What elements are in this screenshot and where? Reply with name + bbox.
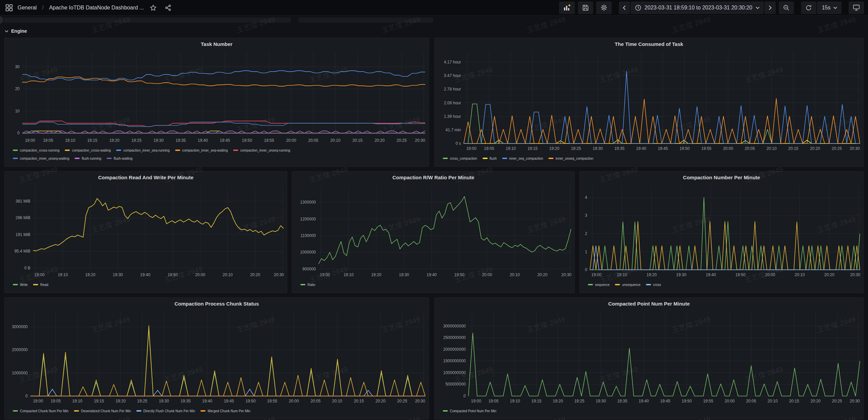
breadcrumb-section[interactable]: General [18, 5, 37, 11]
star-icon[interactable] [150, 4, 157, 11]
svg-text:19:10: 19:10 [58, 272, 68, 277]
svg-text:900000: 900000 [302, 267, 316, 271]
legend-series-swatch [13, 410, 18, 412]
legend-series-swatch [13, 150, 18, 151]
apps-grid-icon[interactable] [5, 4, 13, 11]
panel-title[interactable]: Compacted Point Num Per Minute [435, 298, 863, 309]
svg-text:20:15: 20:15 [789, 399, 799, 403]
save-dashboard-button[interactable] [578, 2, 593, 14]
svg-text:20:20: 20:20 [810, 399, 820, 403]
panel-time-consumed-of-task: The Time Consumed of Task 19:0019:0519:1… [434, 38, 864, 167]
time-range-text: 2023-03-31 18:59:10 to 2023-03-31 20:30:… [642, 5, 756, 11]
legend-item[interactable]: compaction_inner_seq-running [116, 149, 169, 152]
variable-pill-1[interactable] [3, 18, 291, 23]
svg-text:19:35: 19:35 [175, 138, 186, 143]
sidebar-handle[interactable] [0, 16, 3, 24]
svg-text:20:10: 20:10 [795, 272, 805, 277]
legend-item[interactable]: inner_seq_compaction [502, 157, 543, 160]
legend-series-label: cross [653, 283, 661, 287]
legend-item[interactable]: unsequence [615, 283, 641, 287]
time-range-picker[interactable]: 2023-03-31 18:59:10 to 2023-03-31 20:30:… [631, 2, 764, 14]
legend-item[interactable]: Write [13, 283, 28, 287]
clock-icon [635, 4, 642, 11]
chart-compacted-point-num: 19:0019:0519:1019:1519:2019:2519:3019:35… [435, 309, 863, 406]
svg-text:20:05: 20:05 [308, 138, 318, 143]
panel-title[interactable]: Compaction R/W Ratio Per Minute [292, 172, 574, 183]
svg-text:191 MiB: 191 MiB [16, 232, 30, 237]
legend-item[interactable]: flush [483, 157, 497, 160]
breadcrumb-dashboard-title[interactable]: Apache IoTDB DataNode Dashboard ... [49, 5, 144, 11]
svg-text:19:20: 19:20 [85, 272, 96, 277]
svg-text:20:30: 20:30 [850, 146, 860, 151]
legend-item[interactable]: compaction_inner_unseq-waiting [13, 157, 69, 160]
svg-text:3000000: 3000000 [12, 324, 28, 329]
svg-text:0 B: 0 B [24, 266, 30, 270]
svg-text:19:00: 19:00 [33, 399, 43, 403]
svg-text:19:45: 19:45 [658, 146, 668, 151]
legend-item[interactable]: cross_compaction [443, 157, 477, 160]
svg-text:286 MiB: 286 MiB [16, 215, 30, 220]
legend-item[interactable]: sequence [588, 283, 609, 287]
share-icon[interactable] [165, 4, 171, 11]
add-panel-button[interactable] [559, 2, 575, 14]
legend-item[interactable]: compaction_cross-running [13, 149, 59, 152]
panel-title[interactable]: Compaction Process Chunk Status [5, 298, 429, 309]
time-range-back-button[interactable] [619, 2, 630, 14]
legend-series-label: compaction_inner_seq-running [123, 149, 169, 152]
variable-pill-2[interactable] [298, 18, 433, 23]
legend-item[interactable]: flush-running [75, 157, 101, 160]
svg-text:1000000: 1000000 [12, 371, 28, 375]
svg-text:20:15: 20:15 [788, 146, 798, 151]
svg-text:19:45: 19:45 [660, 399, 670, 403]
legend-item[interactable]: flush-waiting [107, 157, 133, 160]
legend-item[interactable]: Ratio [300, 283, 315, 287]
svg-text:0 s: 0 s [456, 141, 461, 146]
settings-button[interactable] [596, 2, 612, 14]
refresh-button[interactable] [801, 2, 816, 14]
svg-text:2.08 hour: 2.08 hour [444, 101, 461, 105]
svg-text:20:05: 20:05 [310, 399, 321, 403]
legend-series-swatch [13, 284, 18, 285]
legend-item[interactable]: Compacted Point Num Per Min [443, 409, 496, 413]
legend-item[interactable]: Deserialized Chunk Num Per Min [74, 409, 131, 413]
svg-text:2000000000: 2000000000 [443, 347, 466, 352]
row-toggle-engine[interactable]: Engine [5, 28, 27, 34]
legend: sequenceunsequencecross [580, 280, 863, 293]
svg-text:10: 10 [15, 109, 20, 113]
legend-item[interactable]: cross [646, 283, 661, 287]
legend-item[interactable]: compaction_inner_unseq-running [233, 149, 290, 152]
legend-item[interactable]: compaction_cross-waiting [65, 149, 111, 152]
time-range-forward-button[interactable] [765, 2, 776, 14]
panel-title[interactable]: Task Number [5, 38, 429, 50]
legend-item[interactable]: Compacted Chunk Num Per Min [13, 409, 69, 413]
row-title: Engine [11, 28, 27, 34]
legend: WriteRead [5, 280, 287, 293]
legend-item[interactable]: Directly Flush Chunk Num Per Min [136, 409, 195, 413]
legend-item[interactable]: Read [33, 283, 48, 287]
svg-text:2500000000: 2500000000 [443, 335, 466, 340]
legend-series-swatch [548, 158, 553, 159]
svg-text:20:15: 20:15 [352, 138, 362, 143]
legend: compaction_cross-runningcompaction_cross… [5, 146, 429, 166]
legend-item[interactable]: Merged Chunk Num Per Min [200, 409, 250, 413]
legend-item[interactable]: compaction_inner_seq-waiting [175, 149, 228, 152]
panel-title[interactable]: The Time Consumed of Task [435, 38, 863, 50]
nav-right: 2023-03-31 18:59:10 to 2023-03-31 20:30:… [556, 2, 868, 14]
zoom-out-button[interactable] [779, 2, 794, 14]
chart-rw-ratio: 19:0019:1019:2019:3019:4019:5020:0020:10… [292, 183, 574, 280]
svg-text:19:40: 19:40 [140, 272, 150, 277]
legend-series-label: unsequence [622, 283, 641, 287]
refresh-interval-picker[interactable]: 15s [817, 2, 841, 14]
svg-text:19:40: 19:40 [202, 399, 212, 403]
svg-text:19:50: 19:50 [680, 146, 690, 151]
svg-text:19:30: 19:30 [399, 272, 409, 277]
legend-series-swatch [65, 150, 70, 151]
panel-title[interactable]: Compaction Read And Write Per Minute [5, 172, 287, 183]
refresh-interval-text: 15s [821, 5, 833, 11]
kiosk-mode-button[interactable] [849, 2, 864, 14]
legend-item[interactable]: inner_unseq_compaction [548, 157, 593, 160]
svg-text:20:00: 20:00 [482, 272, 492, 277]
panel-title[interactable]: Compaction Number Per Minute [580, 172, 863, 183]
svg-text:1100000: 1100000 [300, 233, 316, 238]
legend: cross_compactionflushinner_seq_compactio… [435, 154, 863, 166]
